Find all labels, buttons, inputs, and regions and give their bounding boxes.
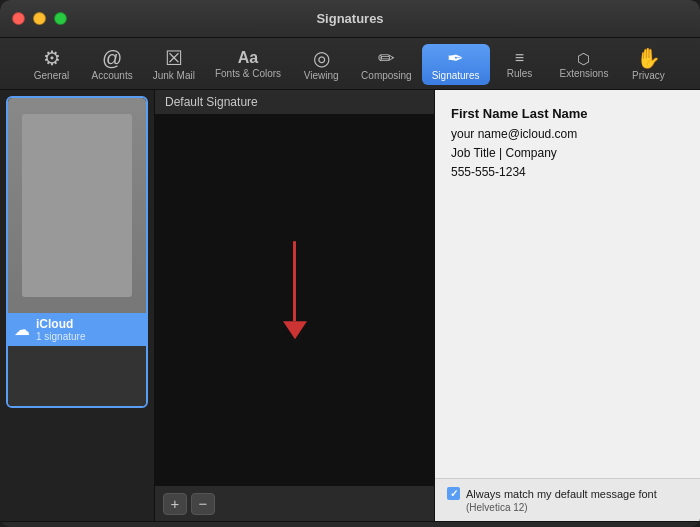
- account-bottom-area: [8, 346, 146, 406]
- sig-line-name: First Name Last Name: [451, 104, 684, 125]
- window-title: Signatures: [316, 11, 383, 26]
- rules-icon: ≡: [515, 50, 524, 66]
- signature-header-label: Default Signature: [165, 95, 258, 109]
- title-bar: Signatures: [0, 0, 700, 38]
- arrow-line: [293, 241, 296, 321]
- toolbar-item-accounts[interactable]: @ Accounts: [82, 44, 143, 85]
- toolbar-label-extensions: Extensions: [560, 68, 609, 79]
- toolbar-label-composing: Composing: [361, 70, 412, 81]
- signature-preview-area: [155, 115, 434, 485]
- toolbar-label-rules: Rules: [507, 68, 533, 79]
- arrow-head: [283, 321, 307, 339]
- signature-name-bar: Default Signature: [155, 90, 434, 115]
- account-preview: [8, 98, 146, 313]
- sig-line-phone: 555-555-1234: [451, 163, 684, 182]
- maximize-button[interactable]: [54, 12, 67, 25]
- always-match-checkbox[interactable]: [447, 487, 460, 500]
- signature-list-controls: + −: [155, 485, 434, 521]
- signatures-icon: ✒: [447, 48, 464, 68]
- sig-line-email: your name@icloud.com: [451, 125, 684, 144]
- toolbar-item-privacy[interactable]: ✋ Privacy: [618, 44, 678, 85]
- account-item-icloud[interactable]: ☁ iCloud 1 signature: [6, 96, 148, 408]
- columns-layout: ☁ iCloud 1 signature Default Signature: [0, 90, 700, 521]
- accounts-icon: @: [102, 48, 122, 68]
- signature-list-column: Default Signature + −: [155, 90, 435, 521]
- toolbar-item-composing[interactable]: ✏ Composing: [351, 44, 422, 85]
- toolbar-label-general: General: [34, 70, 70, 81]
- toolbar-item-viewing[interactable]: ◎ Viewing: [291, 44, 351, 85]
- toolbar-item-signatures[interactable]: ✒ Signatures: [422, 44, 490, 85]
- account-signature-count: 1 signature: [36, 331, 85, 342]
- add-signature-button[interactable]: +: [163, 493, 187, 515]
- junk-mail-icon: ☒: [165, 48, 183, 68]
- close-button[interactable]: [12, 12, 25, 25]
- toolbar-label-viewing: Viewing: [304, 70, 339, 81]
- always-match-row: Always match my default message font: [447, 487, 688, 500]
- composing-icon: ✏: [378, 48, 395, 68]
- remove-signature-button[interactable]: −: [191, 493, 215, 515]
- font-hint: (Helvetica 12): [466, 502, 688, 513]
- extensions-icon: ⬡: [577, 51, 590, 66]
- general-icon: ⚙: [43, 48, 61, 68]
- main-content: ☁ iCloud 1 signature Default Signature: [0, 90, 700, 521]
- account-label: ☁ iCloud 1 signature: [8, 313, 146, 346]
- signature-footer: Always match my default message font (He…: [435, 478, 700, 521]
- always-match-label: Always match my default message font: [466, 488, 657, 500]
- signature-content-column: First Name Last Name your name@icloud.co…: [435, 90, 700, 521]
- toolbar-label-junk-mail: Junk Mail: [153, 70, 195, 81]
- toolbar-label-accounts: Accounts: [92, 70, 133, 81]
- window-controls: [12, 12, 67, 25]
- account-preview-inner: [22, 114, 132, 297]
- sig-line-title: Job Title | Company: [451, 144, 684, 163]
- accounts-column: ☁ iCloud 1 signature: [0, 90, 155, 521]
- toolbar-item-fonts-colors[interactable]: Aa Fonts & Colors: [205, 46, 291, 83]
- toolbar-label-signatures: Signatures: [432, 70, 480, 81]
- viewing-icon: ◎: [313, 48, 330, 68]
- signature-content-area: First Name Last Name your name@icloud.co…: [435, 90, 700, 478]
- account-name: iCloud: [36, 317, 85, 331]
- toolbar-label-privacy: Privacy: [632, 70, 665, 81]
- arrow-indicator: [283, 241, 307, 339]
- fonts-icon: Aa: [238, 50, 258, 66]
- bottom-bar: Choose Signature: Default Signature ▼ Pl…: [0, 521, 700, 527]
- toolbar-item-general[interactable]: ⚙ General: [22, 44, 82, 85]
- toolbar-label-fonts: Fonts & Colors: [215, 68, 281, 79]
- privacy-icon: ✋: [636, 48, 661, 68]
- toolbar-item-rules[interactable]: ≡ Rules: [490, 46, 550, 83]
- toolbar-item-extensions[interactable]: ⬡ Extensions: [550, 47, 619, 83]
- minimize-button[interactable]: [33, 12, 46, 25]
- toolbar-item-junk-mail[interactable]: ☒ Junk Mail: [143, 44, 205, 85]
- cloud-icon: ☁: [14, 320, 30, 339]
- toolbar: ⚙ General @ Accounts ☒ Junk Mail Aa Font…: [0, 38, 700, 90]
